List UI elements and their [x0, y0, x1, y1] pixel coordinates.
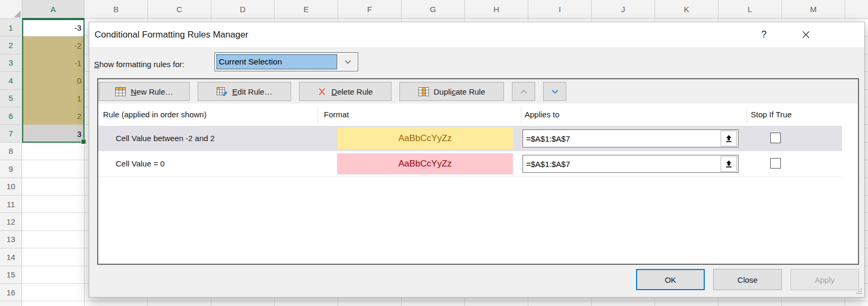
chevron-up-icon	[520, 89, 528, 94]
column-header-j[interactable]: J	[592, 0, 655, 19]
column-header-e[interactable]: E	[275, 0, 338, 19]
applies-to-input[interactable]	[522, 155, 739, 173]
row-header-filler	[0, 301, 22, 306]
column-header-a[interactable]: A	[22, 0, 85, 19]
move-down-button[interactable]	[543, 82, 566, 101]
column-header-l[interactable]: L	[718, 0, 782, 19]
range-select-button[interactable]	[721, 156, 737, 172]
table-new-icon	[115, 87, 126, 96]
help-icon[interactable]: ?	[758, 22, 770, 47]
button-label: Edit Rule…	[232, 87, 273, 96]
delete-rule-button[interactable]: Delete Rule	[299, 82, 391, 101]
stop-if-true-checkbox[interactable]	[770, 158, 781, 169]
column-header-i[interactable]: I	[528, 0, 592, 19]
row-header-13[interactable]: 13	[0, 231, 22, 248]
row-header-12[interactable]: 12	[0, 213, 22, 230]
row-header-10[interactable]: 10	[0, 178, 22, 196]
row-header-3[interactable]: 3	[0, 54, 22, 72]
combo-selected-value: Current Selection	[216, 54, 338, 70]
select-all-triangle-icon	[14, 11, 21, 17]
row-header-7[interactable]: 7	[0, 125, 22, 142]
header-stop-if-true: Stop If True	[751, 104, 792, 126]
cell-a4[interactable]: 0	[23, 72, 84, 89]
button-label: New Rule…	[130, 87, 173, 96]
rule-row-1[interactable]: Cell Value between -2 and 2AaBbCcYyZz	[98, 126, 842, 151]
select-all-corner[interactable]	[0, 0, 22, 19]
column-separator	[746, 106, 747, 123]
apply-button[interactable]: Apply	[790, 269, 859, 290]
table-duplicate-icon	[418, 87, 429, 96]
new-rule-button[interactable]: New Rule…	[99, 82, 190, 101]
header-applies-to: Applies to	[525, 104, 559, 126]
cell-a2[interactable]: -2	[23, 36, 84, 54]
row-header-15[interactable]: 15	[0, 266, 22, 284]
column-header-b[interactable]: B	[85, 0, 148, 19]
column-header-d[interactable]: D	[211, 0, 275, 19]
cell-a6[interactable]: 2	[23, 107, 84, 125]
row-header-6[interactable]: 6	[0, 107, 22, 125]
dialog-titlebar[interactable]: Conditional Formatting Rules Manager ?	[89, 22, 864, 47]
rules-divider	[98, 177, 842, 177]
row-header-9[interactable]: 9	[0, 160, 22, 178]
row-header-4[interactable]: 4	[0, 72, 22, 89]
row-header-11[interactable]: 11	[0, 196, 22, 213]
ok-button[interactable]: OK	[636, 269, 705, 290]
excel-window: ABCDEFGHIJKLM 12345678910111213141516 -3…	[0, 0, 868, 306]
button-label: Delete Rule	[331, 87, 372, 96]
rule-row-2[interactable]: Cell Value = 0AaBbCcYyZz	[98, 151, 842, 177]
column-header-h[interactable]: H	[465, 0, 528, 19]
rules-container: New Rule…Edit Rule…Delete RuleDuplicate …	[97, 78, 859, 265]
applies-to-input[interactable]	[522, 129, 739, 147]
cf-rules-manager-dialog: Conditional Formatting Rules Manager ? S…	[89, 22, 865, 298]
header-format: Format	[324, 104, 349, 126]
column-separator	[318, 106, 318, 123]
column-header-c[interactable]: C	[148, 0, 211, 19]
close-icon[interactable]	[798, 22, 814, 47]
list-header: Rule (applied in order shown) Format App…	[98, 104, 858, 126]
column-header-g[interactable]: G	[402, 0, 465, 19]
column-header-k[interactable]: K	[655, 0, 718, 19]
row-header-16[interactable]: 16	[0, 284, 22, 301]
stop-if-true-checkbox[interactable]	[770, 133, 781, 143]
gridline	[22, 301, 868, 306]
chevron-down-icon[interactable]	[339, 54, 357, 70]
row-header-8[interactable]: 8	[0, 143, 22, 160]
format-preview: AaBbCcYyZz	[337, 153, 513, 174]
column-separator	[521, 106, 521, 123]
resize-grip[interactable]	[855, 287, 862, 294]
dialog-title: Conditional Formatting Rules Manager	[95, 22, 248, 47]
close-button[interactable]: Close	[713, 269, 782, 290]
row-header-14[interactable]: 14	[0, 248, 22, 266]
edit-rule-button[interactable]: Edit Rule…	[198, 82, 291, 101]
chevron-down-icon	[551, 89, 559, 94]
cell-a7[interactable]: 3	[23, 125, 84, 142]
show-rules-label: Show formatting rules for:	[94, 57, 184, 72]
cell-a3[interactable]: -1	[23, 54, 84, 72]
cell-a1[interactable]: -3	[23, 19, 84, 36]
range-select-button[interactable]	[721, 131, 737, 146]
column-header-m[interactable]: M	[782, 0, 845, 19]
button-label: Duplicate Rule	[434, 87, 486, 96]
move-up-button[interactable]	[512, 82, 535, 101]
cell-a5[interactable]: 1	[23, 90, 84, 107]
table-edit-icon	[217, 87, 228, 96]
row-header-5[interactable]: 5	[0, 90, 22, 107]
delete-x-icon	[318, 88, 326, 96]
format-preview: AaBbCcYyZz	[337, 128, 513, 149]
column-header-filler	[845, 0, 868, 19]
rule-description: Cell Value = 0	[116, 151, 165, 177]
rule-description: Cell Value between -2 and 2	[116, 126, 214, 151]
row-header-2[interactable]: 2	[0, 36, 22, 54]
rules-toolbar: New Rule…Edit Rule…Delete RuleDuplicate …	[98, 79, 858, 104]
duplicate-rule-button[interactable]: Duplicate Rule	[399, 82, 504, 101]
show-rules-for-select[interactable]: Current Selection	[214, 52, 358, 71]
column-header-f[interactable]: F	[338, 0, 402, 19]
row-header-1[interactable]: 1	[0, 19, 22, 36]
header-rule: Rule (applied in order shown)	[103, 104, 207, 126]
